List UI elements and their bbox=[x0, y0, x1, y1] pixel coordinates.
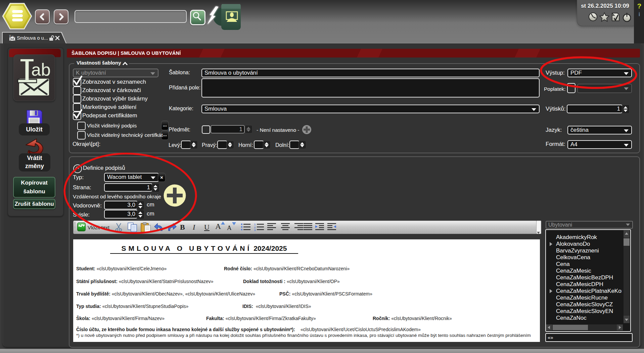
svg-text:1: 1 bbox=[254, 223, 256, 226]
svg-text:ab: ab bbox=[31, 60, 51, 79]
svg-text:3: 3 bbox=[254, 229, 256, 231]
